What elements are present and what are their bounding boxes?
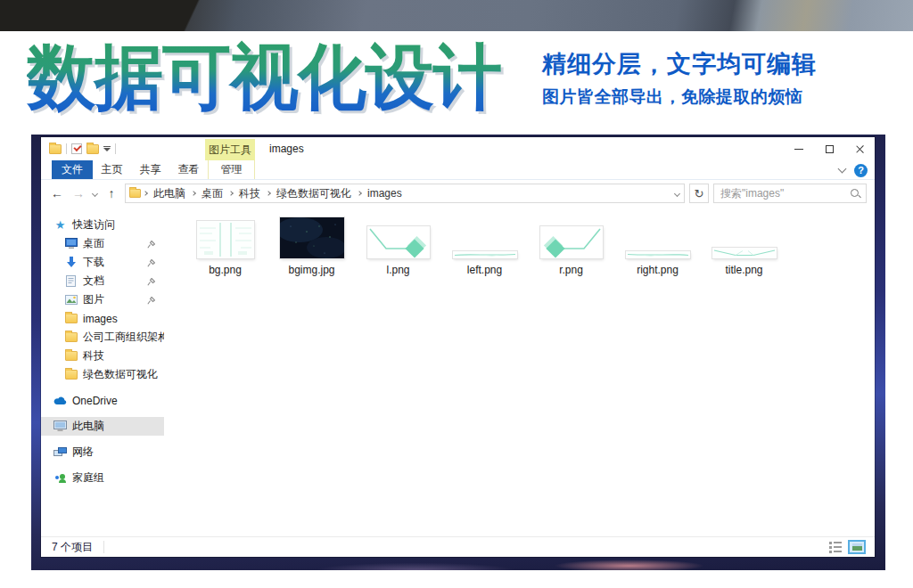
sidebar-item-desktop[interactable]: 桌面 [41, 234, 164, 253]
tab-share[interactable]: 共享 [131, 160, 169, 179]
sidebar-label: OneDrive [72, 395, 118, 407]
expand-ribbon-chevron-icon[interactable] [838, 165, 847, 174]
thumbnail-bg-png [197, 221, 254, 258]
contextual-tab-group-label: 图片工具 [205, 139, 255, 160]
pin-icon [147, 239, 155, 251]
back-button[interactable]: ← [49, 186, 65, 200]
picture-icon [64, 294, 78, 306]
minimize-icon [794, 149, 803, 150]
history-chevron-icon[interactable] [92, 190, 98, 196]
maximize-button[interactable] [814, 137, 844, 160]
separator [115, 143, 116, 154]
file-item[interactable]: title.png [701, 214, 787, 276]
file-item[interactable]: right.png [614, 214, 701, 276]
sidebar-item-folder-green-dataviz[interactable]: 绿色数据可视化 [41, 365, 164, 384]
breadcrumb-images[interactable]: images [364, 187, 406, 200]
address-dropdown-chevron-icon[interactable] [674, 190, 680, 196]
pin-icon [147, 276, 155, 289]
sidebar-label: 下载 [83, 255, 104, 270]
sidebar-item-homegroup[interactable]: 家庭组 [41, 469, 164, 487]
tab-file[interactable]: 文件 [52, 160, 93, 179]
window-title: images [262, 137, 304, 160]
address-bar[interactable]: 此电脑 桌面 科技 绿色数据可视化 images [125, 184, 685, 203]
file-item[interactable]: bgimg.jpg [268, 214, 355, 276]
breadcrumb-this-pc[interactable]: 此电脑 [150, 186, 189, 201]
thumbnail-right-png [626, 251, 690, 258]
sidebar-item-folder-company[interactable]: 公司工商组织架构管 [41, 328, 164, 347]
sidebar-item-folder-tech[interactable]: 科技 [41, 347, 164, 365]
search-box[interactable] [713, 184, 867, 203]
page: 数据可视化设计 数据可视化设计 精细分层，文字均可编辑 图片皆全部导出，免除提取… [0, 0, 913, 588]
sidebar-item-documents[interactable]: 文档 [41, 272, 164, 290]
help-icon[interactable]: ? [854, 164, 868, 177]
maximize-icon [826, 145, 834, 153]
thumbnail-view-icon [852, 543, 862, 551]
page-title: 数据可视化设计 [27, 30, 526, 123]
tab-manage[interactable]: 管理 [208, 160, 255, 179]
thumbnail-view-button[interactable] [848, 540, 866, 554]
breadcrumb-separator [143, 191, 148, 196]
properties-checkbox-icon[interactable] [71, 143, 82, 154]
breadcrumb-separator [191, 191, 196, 196]
customize-qat-button[interactable] [103, 146, 111, 152]
sidebar-item-pictures[interactable]: 图片 [41, 290, 164, 309]
thumbnail-title-png [712, 248, 777, 258]
qat-caret-bar [103, 146, 111, 148]
status-bar: 7 个项目 [41, 536, 875, 557]
subtitle-line2: 图片皆全部导出，免除提取的烦恼 [542, 86, 803, 109]
window-body: ★ 快速访问 桌面 [41, 207, 875, 536]
breadcrumb-separator [228, 191, 234, 196]
up-button[interactable]: ↑ [103, 186, 119, 200]
tab-view[interactable]: 查看 [169, 160, 208, 179]
desktop-wallpaper-frame: 图片工具 images 文件 主页 共享 查看 管理 ? [31, 135, 885, 570]
breadcrumb-green-dataviz[interactable]: 绿色数据可视化 [273, 186, 355, 201]
breadcrumb-tech[interactable]: 科技 [235, 186, 264, 201]
ribbon-tab-row: 文件 主页 共享 查看 管理 ? [41, 160, 875, 180]
file-item[interactable]: r.png [528, 214, 614, 276]
search-input[interactable] [720, 187, 850, 200]
minimize-button[interactable] [784, 137, 814, 160]
breadcrumb-desktop[interactable]: 桌面 [198, 186, 226, 201]
sidebar-label: 图片 [83, 292, 104, 307]
forward-button[interactable]: → [70, 186, 86, 200]
cloud-icon [53, 395, 67, 407]
explorer-window: 图片工具 images 文件 主页 共享 查看 管理 ? [41, 137, 875, 557]
separator [66, 143, 67, 154]
sidebar-label: 此电脑 [72, 419, 104, 434]
close-button[interactable] [844, 137, 875, 160]
file-grid: bg.png [182, 214, 787, 276]
title-bar: 图片工具 images [41, 137, 875, 160]
file-name: bg.png [209, 264, 242, 276]
refresh-button[interactable]: ↻ [689, 184, 709, 203]
folder-icon [64, 331, 78, 344]
file-name: right.png [637, 264, 679, 276]
star-icon: ★ [53, 219, 67, 232]
tab-home[interactable]: 主页 [93, 160, 131, 179]
monitor-icon [53, 421, 67, 433]
sidebar-label: 公司工商组织架构管 [83, 330, 164, 345]
sidebar-item-onedrive[interactable]: OneDrive [41, 391, 164, 410]
sidebar-item-folder-images[interactable]: images [41, 309, 164, 328]
chevron-down-icon [103, 148, 111, 151]
address-folder-icon [129, 189, 141, 198]
sidebar-label: 桌面 [83, 236, 104, 251]
view-switcher [829, 540, 866, 554]
details-view-button[interactable] [829, 542, 842, 553]
address-end-controls [674, 192, 682, 196]
sidebar-label: 家庭组 [72, 470, 104, 486]
file-name: left.png [467, 264, 502, 276]
sidebar-item-this-pc[interactable]: 此电脑 [41, 417, 164, 436]
thumbnail-left-png [453, 251, 517, 258]
sidebar-label: 科技 [83, 348, 104, 363]
ribbon-right-controls: ? [839, 160, 868, 180]
file-item[interactable]: l.png [355, 214, 441, 276]
sidebar-item-quick-access[interactable]: ★ 快速访问 [41, 216, 164, 234]
file-item[interactable]: bg.png [182, 214, 268, 276]
file-name: bgimg.jpg [288, 264, 334, 276]
new-folder-icon[interactable] [86, 144, 99, 154]
file-name: l.png [386, 264, 409, 276]
sidebar-item-downloads[interactable]: 下载 [41, 253, 164, 272]
file-item[interactable]: left.png [441, 214, 528, 276]
thumbnail-bgimg-jpg [280, 217, 344, 258]
sidebar-item-network[interactable]: 网络 [41, 443, 164, 461]
